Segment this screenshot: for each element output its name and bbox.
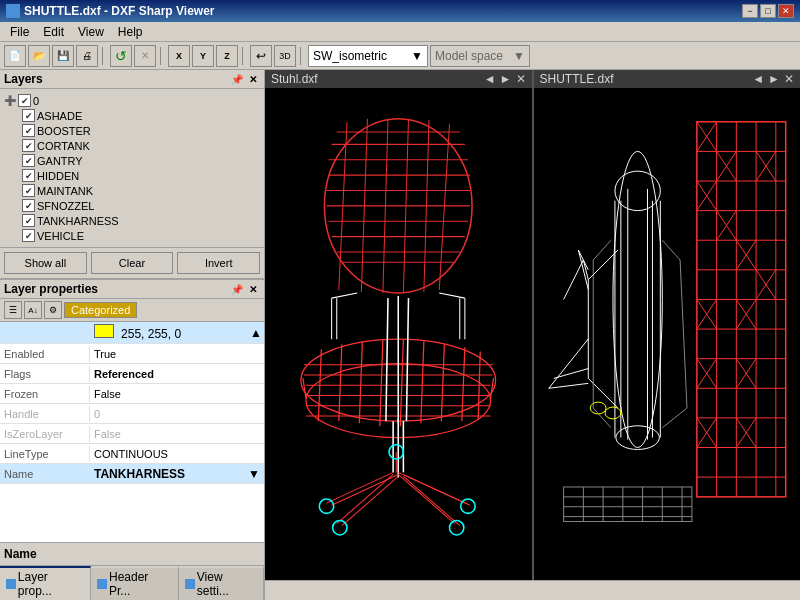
invert-button[interactable]: Invert [177,252,260,274]
svg-line-33 [441,344,444,421]
viewport-stuhl-canvas[interactable] [265,88,532,580]
list-item: ✔ TANKHARNESS [4,213,260,228]
minimize-button[interactable]: − [742,4,758,18]
layer-vehicle-checkbox[interactable]: ✔ [22,229,35,242]
viewport-shuttle-title: SHUTTLE.dxf [540,72,614,86]
print-button[interactable]: 🖨 [76,45,98,67]
undo-button[interactable]: ↩ [250,45,272,67]
scrollbar-up[interactable]: ▲ [248,326,264,340]
list-item: ✔ BOOSTER [4,123,260,138]
view-preset-dropdown[interactable]: SW_isometric ▼ [308,45,428,67]
name-dropdown-icon[interactable]: ▼ [248,467,260,481]
props-value-frozen: False [90,386,264,402]
props-value-flags: Referenced [90,366,264,382]
tab-layer-label: Layer prop... [18,570,84,598]
viewport-shuttle-close[interactable]: ✕ [784,72,794,86]
layer-booster-label: BOOSTER [37,125,91,137]
props-value-name: TANKHARNESS ▼ [90,465,264,483]
svg-line-16 [439,124,449,290]
layer-properties-panel: Layer properties 📌 ✕ ☰ A↓ ⚙ Categorized [0,278,264,600]
layer-ashade-checkbox[interactable]: ✔ [22,109,35,122]
open-button[interactable]: 📂 [28,45,50,67]
viewport-stuhl-title: Stuhl.dxf [271,72,318,86]
tab-layer-prop[interactable]: Layer prop... [0,566,91,600]
layer-tankharness-label: TANKHARNESS [37,215,119,227]
viewport-stuhl-close[interactable]: ✕ [516,72,526,86]
list-item: ✔ ASHADE [4,108,260,123]
viewport-shuttle-canvas[interactable] [534,88,801,580]
props-close-button[interactable]: ✕ [246,282,260,296]
svg-line-49 [403,474,470,505]
maximize-button[interactable]: □ [760,4,776,18]
menu-edit[interactable]: Edit [37,24,70,40]
pin-button[interactable]: 📌 [230,72,244,86]
props-row-handle: Handle 0 [0,404,264,424]
main-content: Layers 📌 ✕ ➕ ✔ 0 ✔ ASHADE ✔ BOOSTER [0,70,800,600]
refresh-button[interactable]: ↺ [110,45,132,67]
viewport-shuttle-prev[interactable]: ◄ [752,72,764,86]
layer-ashade-label: ASHADE [37,110,82,122]
categorized-button[interactable]: Categorized [64,302,137,318]
title-bar: SHUTTLE.dxf - DXF Sharp Viewer − □ ✕ [0,0,800,22]
tab-view-setti[interactable]: View setti... [179,566,264,600]
menu-view[interactable]: View [72,24,110,40]
props-row-frozen: Frozen False [0,384,264,404]
view-z-button[interactable]: Z [216,45,238,67]
tab-view-label: View setti... [197,570,257,598]
svg-line-129 [662,240,680,260]
list-item: ✔ GANTRY [4,153,260,168]
layer-maintank-checkbox[interactable]: ✔ [22,184,35,197]
layer-root-checkbox[interactable]: ✔ [18,94,31,107]
props-key-flags: Flags [0,366,90,382]
layer-sfnozzel-checkbox[interactable]: ✔ [22,199,35,212]
toolbar-sep-1 [102,47,106,65]
tab-header-pr[interactable]: Header Pr... [91,566,179,600]
view-x-button[interactable]: X [168,45,190,67]
svg-line-42 [327,472,394,503]
view-preset-label: SW_isometric [313,49,387,63]
layer-booster-checkbox[interactable]: ✔ [22,124,35,137]
props-row-iszero: IsZeroLayer False [0,424,264,444]
menu-file[interactable]: File [4,24,35,40]
menu-help[interactable]: Help [112,24,149,40]
az-sort-button[interactable]: A↓ [24,301,42,319]
viewport-shuttle-next[interactable]: ► [768,72,780,86]
close-panel-button[interactable]: ✕ [246,72,260,86]
tab-view-icon [185,579,195,589]
viewports-container: Stuhl.dxf ◄ ► ✕ [265,70,800,580]
view-y-button[interactable]: Y [192,45,214,67]
layer-hidden-checkbox[interactable]: ✔ [22,169,35,182]
list-item: ✔ HIDDEN [4,168,260,183]
layer-gantry-checkbox[interactable]: ✔ [22,154,35,167]
viewport-stuhl-prev[interactable]: ◄ [484,72,496,86]
color-swatch[interactable] [94,324,114,338]
viewport-stuhl-next[interactable]: ► [500,72,512,86]
svg-line-20 [491,378,494,399]
save-button[interactable]: 💾 [52,45,74,67]
space-dropdown[interactable]: Model space ▼ [430,45,530,67]
layers-title: Layers [4,72,43,86]
props-row-enabled: Enabled True [0,344,264,364]
svg-line-46 [398,474,454,523]
sort-button[interactable]: ☰ [4,301,22,319]
svg-line-38 [406,298,408,421]
3d-button[interactable]: 3D [274,45,296,67]
clear-button[interactable]: Clear [91,252,174,274]
svg-point-54 [461,499,475,513]
list-item: ✔ CORTANK [4,138,260,153]
expand-icon[interactable]: ➕ [4,95,16,106]
svg-line-45 [342,476,398,525]
new-button[interactable]: 📄 [4,45,26,67]
viewport-shuttle-header: SHUTTLE.dxf ◄ ► ✕ [534,70,801,88]
layer-hidden-label: HIDDEN [37,170,79,182]
props-value-color: 255, 255, 0 [90,322,248,343]
filter-button[interactable]: ⚙ [44,301,62,319]
layer-cortank-checkbox[interactable]: ✔ [22,139,35,152]
layer-tankharness-checkbox[interactable]: ✔ [22,214,35,227]
props-pin-button[interactable]: 📌 [230,282,244,296]
close-button[interactable]: ✕ [778,4,794,18]
stop-button[interactable]: ✕ [134,45,156,67]
svg-line-19 [303,378,306,399]
svg-line-121 [553,369,588,379]
show-all-button[interactable]: Show all [4,252,87,274]
